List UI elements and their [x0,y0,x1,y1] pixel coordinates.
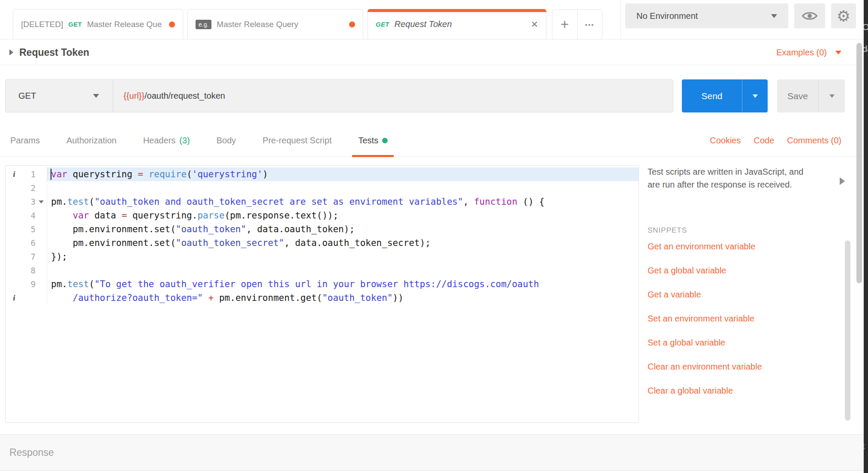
comments-0-link[interactable]: Comments (0) [787,136,841,146]
chevron-down-icon [753,94,758,98]
token [203,293,208,303]
method-dropdown[interactable]: GET [6,80,113,112]
fold-caret-icon[interactable] [36,200,47,203]
headers-count-badge: (3) [179,136,190,146]
token: , [463,197,474,207]
code-line: 9pm.test("To get the oauth_verifier open… [6,277,639,291]
token: (pm.response.text()); [225,210,339,221]
chevron-right-icon[interactable] [840,177,845,185]
chevron-down-icon [835,51,841,55]
code-text[interactable]: pm.environment.set("oauth_token", data.o… [47,222,639,236]
environment-selector[interactable]: No Environment [625,3,788,28]
tab-title: Master Release Que [87,20,165,29]
token: "oauth_token_secret" [176,238,284,248]
snippet-get-an-environment-variable[interactable]: Get an environment variable [648,242,762,252]
line-number: 8 [23,266,36,275]
tab-tests[interactable]: Tests [358,124,388,157]
code-text[interactable] [47,181,639,195]
code-line: 3pm.test("oauth_token and oauth_token_se… [6,195,639,209]
info-icon: i [6,293,23,303]
token: pm.environment.get( [214,293,322,303]
token: ( [89,197,95,207]
snippets-panel: Test scripts are written in JavaScript, … [648,165,853,428]
snippet-get-a-global-variable[interactable]: Get a global variable [648,266,762,276]
code-text[interactable]: pm.test("To get the oauth_verifier open … [47,277,639,291]
tab-title: Request Token [395,19,526,29]
snippet-clear-an-environment-variable[interactable]: Clear an environment variable [648,362,762,372]
save-button-group: Save [777,79,845,112]
window-scrollbar[interactable] [856,43,862,283]
code-link[interactable]: Code [753,136,774,146]
send-button[interactable]: Send [682,79,742,112]
code-text[interactable]: var querystring = require('querystring') [47,167,639,181]
examples-label: Examples (0) [776,48,827,58]
subtab-label: Params [10,136,40,146]
gear-icon: ⚙ [837,7,850,25]
snippet-set-an-environment-variable[interactable]: Set an environment variable [648,314,762,324]
code-tokens: pm.environment.set("oauth_token", data.o… [51,224,355,234]
url-input[interactable]: {{url}}/oauth/request_token [124,80,225,112]
token: , data.oauth_token_secret); [284,238,431,248]
close-icon[interactable]: ✕ [530,19,538,30]
environment-quick-look-button[interactable] [794,3,825,28]
save-options-button[interactable] [818,79,845,112]
response-section: Response [0,434,864,471]
line-number: 9 [23,279,36,289]
line-number: 5 [23,224,36,234]
more-tabs-button[interactable]: ••• [577,10,603,39]
cookies-link[interactable]: Cookies [710,136,741,146]
open-request-tabs: [DELETED]GETMaster Release Quee.g.Master… [13,9,546,39]
code-tokens: pm.test("To get the oauth_verifier open … [51,279,539,289]
token: var [73,210,89,221]
snippets-scrollbar[interactable] [845,240,850,421]
code-tokens: pm.environment.set("oauth_token_secret",… [51,238,431,248]
tab-headers[interactable]: Headers(3) [143,124,190,157]
tab-title: Master Release Query [217,20,345,29]
subtab-label: Pre-request Script [262,136,332,146]
token: ( [89,279,95,289]
tab-params[interactable]: Params [10,124,40,157]
tab-body[interactable]: Body [217,124,236,157]
page-title[interactable]: Request Token [9,39,89,65]
code-text[interactable]: }); [47,250,639,264]
code-text[interactable]: var data = querystring.parse(pm.response… [47,209,639,222]
save-button[interactable]: Save [777,79,818,112]
request-tab-master-release-que[interactable]: [DELETED]GETMaster Release Que [13,9,183,39]
tab-pre-request-script[interactable]: Pre-request Script [262,124,332,157]
send-options-button[interactable] [742,79,768,112]
code-text[interactable]: pm.test("oauth_token and oauth_token_sec… [47,195,639,209]
token: , data.oauth_token); [246,224,355,234]
token: pm.environment.set( [51,238,176,248]
snippet-get-a-variable[interactable]: Get a variable [648,290,762,300]
subtab-label: Authorization [66,136,117,146]
tests-code-editor[interactable]: i1var querystring = require('querystring… [5,165,639,423]
request-tab-master-release-query[interactable]: e.g.Master Release Query [187,9,363,39]
snippet-clear-a-global-variable[interactable]: Clear a global variable [648,386,762,396]
tab-authorization[interactable]: Authorization [66,124,117,157]
environment-selector-label: No Environment [636,11,698,21]
settings-button[interactable]: ⚙ [831,3,856,28]
tab-actions-group: + ••• [552,9,603,39]
token: ( [187,169,192,179]
url-path-text: /oauth/request_token [145,91,225,101]
token: function [474,197,517,207]
chevron-down-icon [771,14,777,18]
examples-dropdown[interactable]: Examples (0) [776,39,841,65]
token: test [67,279,89,289]
unsaved-indicator-dot [349,21,355,27]
code-text[interactable] [47,264,639,277]
new-tab-button[interactable]: + [552,10,577,39]
snippets-list: Get an environment variableGet a global … [648,242,762,396]
code-text[interactable]: pm.environment.set("oauth_token_secret",… [47,236,639,250]
token: = [138,169,143,179]
code-line: 8 [6,264,639,277]
request-title-text: Request Token [19,47,89,58]
token [51,293,73,303]
token: () { [517,197,544,207]
snippet-set-a-global-variable[interactable]: Set a global variable [648,338,762,348]
clipped-glyph: t [864,441,865,451]
request-tab-request-token[interactable]: GETRequest Token✕ [368,9,546,39]
tests-active-dot [382,138,388,143]
code-text[interactable]: /authorize?oauth_token=" + pm.environmen… [47,291,639,305]
url-builder-row: GET {{url}}/oauth/request_token Send Sav… [0,65,864,124]
